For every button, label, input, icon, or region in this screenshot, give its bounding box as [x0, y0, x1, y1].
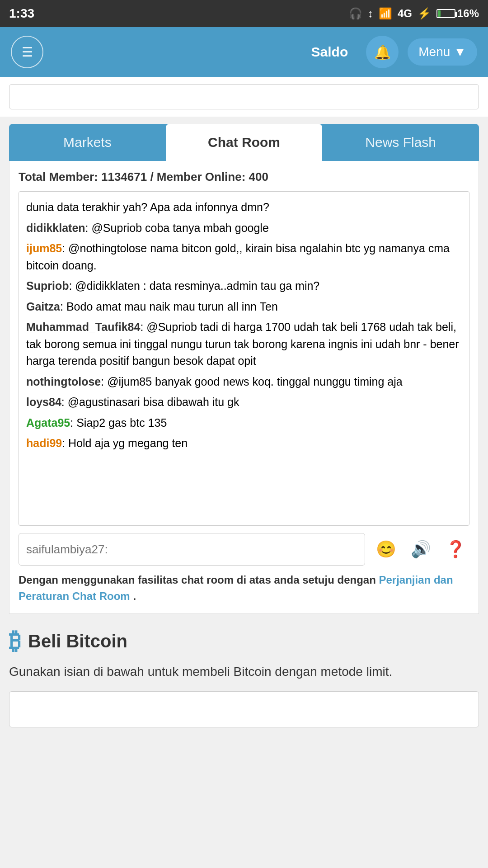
chat-messages[interactable]: dunia data terakhir yah? Apa ada infonny…: [19, 191, 469, 526]
bottom-input-area[interactable]: [9, 691, 479, 727]
lightning-icon: ⚡: [418, 7, 431, 20]
chevron-down-icon: ▼: [454, 45, 466, 59]
list-item: nothingtolose: @ijum85 banyak good news …: [26, 373, 462, 391]
chat-disclaimer: Dengan menggunakan fasilitas chat room d…: [19, 572, 469, 604]
list-item: Agata95: Siap2 gas btc 135: [26, 415, 462, 432]
search-area: [0, 77, 488, 117]
header: ☰ Saldo 🔔 Menu ▼: [0, 27, 488, 77]
disclaimer-text: Dengan menggunakan fasilitas chat room d…: [19, 574, 379, 586]
status-bar: 1:33 🎧 ↕ 📶 4G ⚡ 16%: [0, 0, 488, 27]
emoji-button[interactable]: 😊: [372, 540, 400, 559]
list-item: didikklaten: @Supriob coba tanya mbah go…: [26, 220, 462, 237]
audio-button[interactable]: 🔊: [407, 540, 435, 559]
list-item: Muhammad_Taufik84: @Supriob tadi di harg…: [26, 319, 462, 370]
battery-percent: 16%: [457, 7, 479, 20]
chat-input[interactable]: [19, 533, 365, 566]
tab-markets[interactable]: Markets: [9, 124, 166, 161]
list-item: hadi99: Hold aja yg megang ten: [26, 435, 462, 452]
signal-icon: ↕: [368, 7, 373, 20]
battery-indicator: 16%: [436, 7, 479, 20]
list-item: Supriob: @didikklaten : data resminya..a…: [26, 278, 462, 295]
chat-panel: Total Member: 1134671 / Member Online: 4…: [9, 161, 479, 614]
beli-desc: Gunakan isian di bawah untuk membeli Bit…: [9, 662, 479, 682]
chat-input-row: 😊 🔊 ❓: [19, 533, 469, 566]
tabs-row: Markets Chat Room News Flash: [9, 124, 479, 161]
list-item: Gaitza: Bodo amat mau naik mau turun all…: [26, 298, 462, 316]
tabs-container: Markets Chat Room News Flash: [9, 124, 479, 161]
beli-heading: Beli Bitcoin: [28, 631, 127, 651]
member-info: Total Member: 1134671 / Member Online: 4…: [19, 170, 469, 184]
search-bar[interactable]: [9, 84, 479, 109]
list-item: ijum85: @nothingtolose nama bitcon gold,…: [26, 240, 462, 274]
headphone-icon: 🎧: [349, 7, 362, 20]
beli-title: ₿ Beli Bitcoin: [9, 627, 479, 655]
notification-bell-button[interactable]: 🔔: [366, 36, 399, 68]
saldo-button[interactable]: Saldo: [302, 40, 357, 64]
beli-section: ₿ Beli Bitcoin Gunakan isian di bawah un…: [9, 627, 479, 682]
status-icons: 🎧 ↕ 📶 4G ⚡ 16%: [349, 7, 479, 20]
network-type: 4G: [398, 7, 412, 20]
hamburger-button[interactable]: ☰: [11, 36, 43, 68]
menu-dropdown-button[interactable]: Menu ▼: [408, 38, 477, 66]
menu-label: Menu: [418, 45, 450, 59]
bitcoin-icon: ₿: [9, 627, 21, 655]
disclaimer-end: .: [133, 590, 136, 602]
tab-newsflash[interactable]: News Flash: [322, 124, 479, 161]
help-button[interactable]: ❓: [442, 540, 469, 559]
list-item: dunia data terakhir yah? Apa ada infonny…: [26, 199, 462, 216]
list-item: loys84: @agustinasari bisa dibawah itu g…: [26, 394, 462, 411]
status-time: 1:33: [9, 6, 34, 21]
tab-chatroom[interactable]: Chat Room: [166, 124, 323, 161]
network-bars-icon: 📶: [379, 7, 392, 20]
